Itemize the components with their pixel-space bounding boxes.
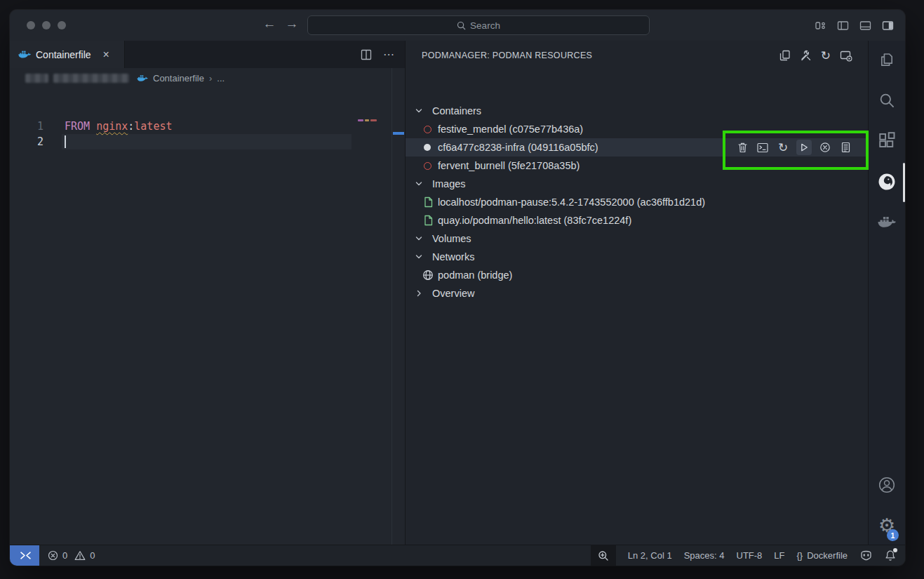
tab-bar: Containerfile × ⋯ [10, 41, 405, 68]
current-line-highlight [62, 134, 351, 149]
errors-count[interactable]: 0 [62, 550, 67, 561]
search-placeholder: Search [470, 20, 500, 31]
chevron-down-icon [415, 234, 423, 243]
chevron-down-icon [415, 253, 423, 261]
tree-section-images[interactable]: Images [406, 175, 868, 193]
extensions-icon[interactable] [878, 132, 895, 149]
traffic-light-close-icon[interactable] [27, 21, 35, 29]
copy-icon[interactable] [779, 50, 791, 61]
back-arrow-icon[interactable]: ← [261, 16, 278, 32]
tab-containerfile[interactable]: Containerfile × [10, 41, 125, 68]
minimap-mark [370, 119, 377, 121]
search-icon[interactable] [878, 92, 895, 109]
remote-indicator-button[interactable] [10, 545, 39, 566]
close-tab-icon[interactable]: × [103, 49, 109, 60]
minimap-mark [358, 119, 363, 121]
line-number: 1 [24, 119, 43, 134]
panel-header: PODMANAGER: PODMAN RESOURCES ↻ [406, 41, 868, 70]
breadcrumb-separator: › [209, 73, 212, 84]
tree-section-overview[interactable]: Overview [406, 284, 868, 302]
refresh-icon[interactable]: ↻ [821, 50, 831, 62]
docker-icon[interactable] [878, 215, 897, 229]
tree-section-containers[interactable]: Containers [406, 102, 868, 120]
copilot-icon[interactable] [859, 550, 873, 561]
more-actions-icon[interactable]: ⋯ [383, 48, 395, 61]
tree-section-volumes[interactable]: Volumes [406, 229, 868, 248]
line-number-active: 2 [24, 134, 43, 149]
warnings-icon[interactable] [74, 550, 86, 561]
text-cursor [65, 135, 66, 148]
container-stopped-icon [424, 124, 431, 135]
code-editor[interactable]: 1 2 FROMnginx:latest [10, 88, 405, 545]
podman-sidebar: PODMANAGER: PODMAN RESOURCES ↻ [405, 41, 868, 545]
minimap-mark [365, 119, 369, 121]
customize-layout-icon[interactable] [812, 18, 828, 33]
docker-whale-icon [18, 50, 31, 59]
cursor-position[interactable]: Ln 2, Col 1 [628, 550, 672, 561]
status-bar: 0 0 Ln 2, Col 1 Spaces: 4 UTF-8 LF {} Do… [10, 545, 905, 566]
annotation-highlight-box [723, 131, 869, 170]
chevron-down-icon [415, 107, 423, 115]
tree-item-network[interactable]: podman (bridge) [406, 266, 868, 284]
encoding[interactable]: UTF-8 [737, 550, 763, 561]
settings-badge: 1 [887, 529, 899, 541]
tree-item-image[interactable]: localhost/podman-pause:5.4.2-1743552000 … [406, 193, 868, 211]
code-line-1: FROMnginx:latest [65, 119, 173, 134]
run-on-device-icon[interactable] [840, 50, 852, 62]
image-file-icon [424, 197, 433, 208]
redacted-breadcrumb-item [53, 74, 129, 83]
tab-label: Containerfile [36, 49, 91, 60]
toggle-secondary-sidebar-icon[interactable] [880, 18, 895, 33]
language-mode[interactable]: {} Dockerfile [797, 550, 848, 561]
remote-icon [18, 551, 31, 560]
traffic-light-minimize-icon[interactable] [42, 21, 51, 29]
tree-item-image[interactable]: quay.io/podman/hello:latest (83fc7ce1224… [406, 211, 868, 229]
chevron-down-icon [415, 180, 423, 188]
errors-icon[interactable] [48, 550, 58, 561]
container-stopped-icon [424, 160, 431, 172]
braces-icon: {} [797, 550, 803, 561]
notification-dot [893, 548, 897, 552]
panel-title: PODMANAGER: PODMAN RESOURCES [406, 51, 779, 60]
warnings-count[interactable]: 0 [90, 550, 95, 561]
traffic-light-zoom-icon[interactable] [58, 21, 66, 29]
tree-section-networks[interactable]: Networks [406, 248, 868, 266]
toggle-primary-sidebar-icon[interactable] [835, 18, 850, 33]
container-running-icon [424, 142, 431, 153]
split-editor-icon[interactable] [361, 49, 372, 60]
podman-icon[interactable] [878, 173, 897, 192]
forward-arrow-icon[interactable]: → [283, 16, 300, 32]
overview-ruler-cursor [393, 132, 404, 135]
main-area: Containerfile × ⋯ Containerfile › [10, 41, 905, 545]
accounts-icon[interactable] [878, 476, 896, 494]
explorer-icon[interactable] [878, 52, 895, 69]
breadcrumb-symbol-ellipsis[interactable]: ... [217, 73, 225, 84]
notifications-bell-icon[interactable] [885, 550, 896, 561]
image-file-icon [424, 215, 433, 226]
breadcrumb: Containerfile › ... [10, 68, 405, 88]
title-bar: ← → Search [10, 10, 905, 41]
chevron-right-icon [415, 289, 423, 298]
command-center-search[interactable]: Search [307, 15, 650, 35]
toggle-panel-icon[interactable] [857, 18, 873, 33]
indentation[interactable]: Spaces: 4 [684, 550, 725, 561]
breadcrumb-file[interactable]: Containerfile [153, 73, 204, 84]
zoom-indicator[interactable] [591, 545, 616, 566]
tools-icon[interactable] [800, 50, 812, 62]
redacted-breadcrumb-item [25, 74, 48, 83]
eol[interactable]: LF [774, 550, 784, 561]
search-icon [457, 21, 466, 30]
active-view-indicator [903, 163, 906, 202]
vscode-window: ← → Search [10, 10, 905, 566]
editor-scrollbar-divider [391, 68, 392, 545]
activity-bar: ⚙ 1 [868, 41, 905, 545]
globe-icon [422, 269, 434, 281]
editor-group: Containerfile × ⋯ Containerfile › [10, 41, 405, 545]
docker-whale-icon [137, 74, 148, 82]
